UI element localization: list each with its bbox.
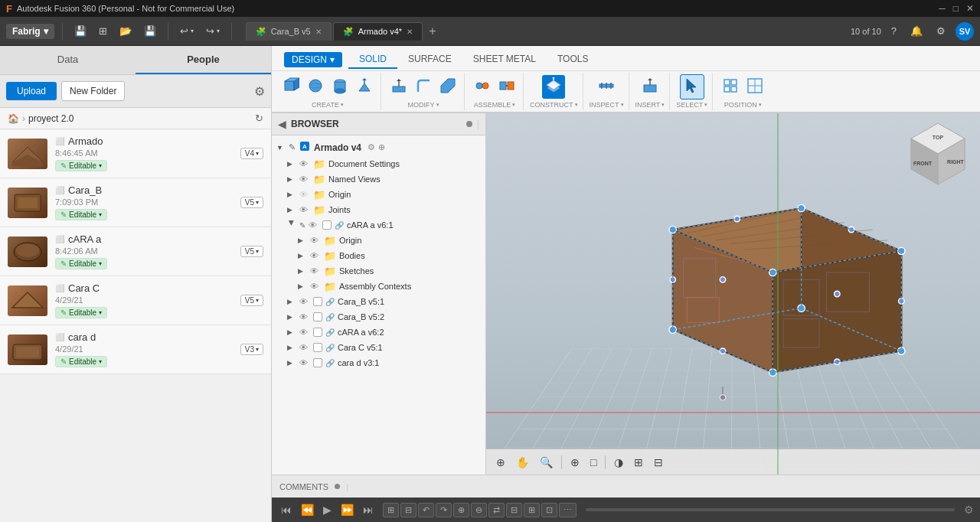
tree-item-named-views[interactable]: ▶ 👁 📁 Named Views [272, 171, 485, 187]
save-file-button[interactable]: 💾 [140, 23, 160, 39]
zoom-in-button[interactable]: ⊕ [567, 454, 583, 471]
frame-btn-4[interactable]: ↷ [436, 503, 452, 517]
add-tab-button[interactable]: + [424, 24, 440, 38]
checkbox[interactable] [313, 343, 322, 352]
upload-button[interactable]: Upload [6, 82, 57, 100]
frame-btn-7[interactable]: ⇄ [488, 503, 505, 517]
open-file-button[interactable]: 📂 [116, 23, 136, 39]
tree-item-cara-a-v6-2[interactable]: ▶ 👁 🔗 cARA a v6:2 [272, 325, 485, 340]
checkbox[interactable] [313, 297, 322, 306]
tab-cara-b-close[interactable]: ✕ [315, 28, 322, 36]
tree-item-sketches[interactable]: ▶ 👁 📁 Sketches [272, 263, 485, 279]
checkbox[interactable] [313, 358, 322, 367]
frame-btn-10[interactable]: ⊡ [541, 503, 557, 517]
as-built-joint-button[interactable] [495, 75, 518, 99]
tab-tools[interactable]: TOOLS [547, 51, 599, 69]
view-cube-button[interactable]: □ [586, 454, 600, 471]
create-extrude-button[interactable] [353, 75, 376, 99]
notifications-button[interactable]: 🔔 [906, 23, 926, 39]
checkbox[interactable] [313, 312, 322, 321]
joint-button[interactable] [471, 75, 494, 99]
construct-label[interactable]: CONSTRUCT ▾ [530, 101, 578, 109]
insert-label[interactable]: INSERT ▾ [635, 101, 665, 109]
file-badge[interactable]: ✎ Editable ▾ [55, 307, 107, 318]
file-version[interactable]: V4 ▾ [240, 148, 263, 159]
orbit-button[interactable]: ⊕ [492, 454, 509, 471]
position-button-1[interactable] [719, 75, 742, 99]
tree-item-origin-child[interactable]: ▶ 👁 📁 Origin [272, 233, 485, 248]
measure-button[interactable] [595, 75, 618, 99]
tree-item-bodies[interactable]: ▶ 👁 📁 Bodies [272, 248, 485, 263]
tree-item-cara-b-v5-1[interactable]: ▶ 👁 🔗 Cara_B v5:1 [272, 294, 485, 309]
panel-settings-button[interactable]: ⚙ [254, 84, 265, 99]
tree-item-doc-settings[interactable]: ▶ 👁 📁 Document Settings [272, 156, 485, 171]
frame-btn-11[interactable]: ⋯ [559, 503, 577, 517]
save-button[interactable]: 💾 [70, 23, 90, 39]
viewport[interactable]: TOP RIGHT FRONT ⊕ ✋ 🔍 ⊕ □ [486, 113, 980, 475]
tab-armado-close[interactable]: ✕ [407, 28, 413, 36]
settings-button[interactable]: ⚙ [933, 23, 949, 39]
play-button[interactable]: ▶ [320, 501, 335, 518]
frame-btn-6[interactable]: ⊖ [471, 503, 487, 517]
frame-btn-9[interactable]: ⊞ [524, 503, 540, 517]
tab-cara-b[interactable]: 🧩 Cara_B v5 ✕ [246, 22, 332, 41]
next-frame-button[interactable]: ⏩ [338, 501, 357, 518]
tree-item-cara-d-v3-1[interactable]: ▶ 👁 🔗 cara d v3:1 [272, 355, 485, 370]
list-item[interactable]: ⬜ Armado 8:46:45 AM ✎ Editable ▾ V4 ▾ [0, 129, 271, 178]
file-version[interactable]: V3 ▾ [240, 344, 263, 355]
offset-plane-button[interactable] [542, 75, 565, 99]
tree-item-assembly-contexts[interactable]: ▶ 👁 📁 Assembly Contexts [272, 279, 485, 294]
help-button[interactable]: ? [887, 23, 900, 39]
tab-surface[interactable]: SURFACE [397, 51, 462, 69]
file-version[interactable]: V5 ▾ [240, 295, 263, 306]
file-badge[interactable]: ✎ Editable ▾ [55, 356, 107, 367]
inspect-label[interactable]: INSPECT ▾ [590, 101, 624, 109]
view-options-button[interactable]: ⊟ [650, 454, 667, 471]
select-label[interactable]: SELECT ▾ [676, 101, 707, 109]
tab-armado[interactable]: 🧩 Armado v4* ✕ [333, 22, 423, 41]
press-pull-button[interactable] [387, 75, 410, 99]
tree-item-cara-a-v6-1[interactable]: ▶ ✎ 👁 🔗 cARA a v6:1 [272, 217, 485, 233]
frame-btn-3[interactable]: ↶ [418, 503, 434, 517]
modify-label[interactable]: MODIFY ▾ [408, 101, 439, 109]
create-sphere-button[interactable] [304, 75, 327, 99]
user-avatar[interactable]: SV [956, 22, 974, 41]
tree-item-cara-c-v5-1[interactable]: ▶ 👁 🔗 Cara C v5:1 [272, 340, 485, 355]
browser-collapse-button[interactable]: ◀ [278, 118, 286, 130]
list-item[interactable]: ⬜ Cara_B 7:09:03 PM ✎ Editable ▾ V5 ▾ [0, 178, 271, 227]
tab-data[interactable]: Data [0, 46, 136, 74]
list-item[interactable]: ⬜ Cara C 4/29/21 ✎ Editable ▾ V5 ▾ [0, 276, 271, 325]
file-version[interactable]: V5 ▾ [240, 246, 263, 257]
home-breadcrumb[interactable]: 🏠 [8, 113, 19, 124]
frame-btn-1[interactable]: ⊞ [383, 503, 399, 517]
zoom-button[interactable]: 🔍 [536, 454, 557, 471]
create-box-button[interactable] [279, 75, 302, 99]
insert-button[interactable] [639, 75, 662, 99]
position-button-2[interactable] [743, 75, 766, 99]
tree-item-origin[interactable]: ▶ 👁 📁 Origin [272, 187, 485, 202]
tree-item-cara-b-v5-2[interactable]: ▶ 👁 🔗 Cara_B v5:2 [272, 309, 485, 325]
list-item[interactable]: ⬜ cara d 4/29/21 ✎ Editable ▾ V3 ▾ [0, 325, 271, 374]
frame-btn-5[interactable]: ⊕ [453, 503, 469, 517]
navigation-cube[interactable]: TOP RIGHT FRONT [903, 119, 972, 188]
undo-button[interactable]: ↩ ▾ [176, 23, 198, 39]
tree-item-joints[interactable]: ▶ 👁 📁 Joints [272, 202, 485, 217]
display-mode-button[interactable]: ◑ [610, 454, 627, 471]
tab-sheet-metal[interactable]: SHEET METAL [462, 51, 547, 69]
create-label[interactable]: CREATE ▾ [312, 101, 344, 109]
checkbox[interactable] [322, 220, 332, 230]
fillet-button[interactable] [412, 75, 435, 99]
root-settings-icon[interactable]: ⊕ [378, 142, 385, 152]
maximize-button[interactable]: □ [953, 3, 959, 14]
chamfer-button[interactable] [436, 75, 459, 99]
refresh-button[interactable]: ↻ [255, 113, 263, 124]
timeline-settings-icon[interactable]: ⚙ [964, 504, 974, 516]
frame-btn-8[interactable]: ⊟ [506, 503, 522, 517]
brand-button[interactable]: Fabrig ▾ [6, 24, 54, 39]
tab-people[interactable]: People [136, 46, 271, 74]
new-folder-button[interactable]: New Folder [61, 81, 125, 101]
file-badge[interactable]: ✎ Editable ▾ [55, 160, 107, 171]
assemble-label[interactable]: ASSEMBLE ▾ [474, 101, 516, 109]
select-button[interactable] [680, 74, 704, 100]
frame-btn-2[interactable]: ⊟ [400, 503, 416, 517]
